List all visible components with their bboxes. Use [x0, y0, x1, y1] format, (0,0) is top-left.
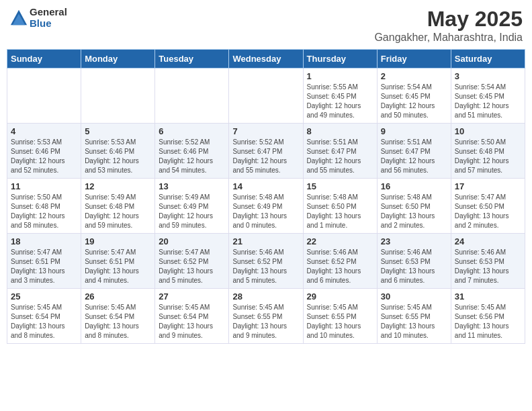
logo-icon	[9, 9, 28, 28]
day-cell: 13Sunrise: 5:49 AM Sunset: 6:49 PM Dayli…	[155, 179, 229, 234]
day-info: Sunrise: 5:51 AM Sunset: 6:47 PM Dayligh…	[307, 138, 373, 175]
day-info: Sunrise: 5:47 AM Sunset: 6:52 PM Dayligh…	[159, 248, 225, 285]
day-info: Sunrise: 5:45 AM Sunset: 6:55 PM Dayligh…	[232, 303, 299, 340]
day-cell: 3Sunrise: 5:54 AM Sunset: 6:45 PM Daylig…	[451, 68, 525, 124]
day-number: 12	[85, 181, 151, 191]
day-cell: 1Sunrise: 5:55 AM Sunset: 6:45 PM Daylig…	[303, 68, 377, 124]
day-info: Sunrise: 5:45 AM Sunset: 6:54 PM Dayligh…	[85, 303, 151, 340]
logo: General Blue	[9, 7, 67, 29]
day-header-monday: Monday	[81, 50, 155, 68]
day-cell	[229, 68, 303, 124]
day-info: Sunrise: 5:49 AM Sunset: 6:48 PM Dayligh…	[85, 193, 151, 230]
day-info: Sunrise: 5:50 AM Sunset: 6:48 PM Dayligh…	[11, 193, 77, 230]
day-number: 26	[85, 291, 151, 302]
day-cell	[81, 68, 155, 124]
day-cell: 8Sunrise: 5:51 AM Sunset: 6:47 PM Daylig…	[303, 124, 377, 179]
day-info: Sunrise: 5:48 AM Sunset: 6:50 PM Dayligh…	[307, 193, 373, 230]
day-info: Sunrise: 5:45 AM Sunset: 6:54 PM Dayligh…	[11, 303, 77, 340]
day-number: 22	[307, 236, 373, 246]
day-number: 16	[381, 181, 447, 191]
day-cell: 17Sunrise: 5:47 AM Sunset: 6:50 PM Dayli…	[451, 179, 525, 234]
day-info: Sunrise: 5:54 AM Sunset: 6:45 PM Dayligh…	[455, 83, 521, 120]
day-number: 28	[232, 291, 299, 302]
day-number: 14	[232, 181, 299, 191]
day-info: Sunrise: 5:53 AM Sunset: 6:46 PM Dayligh…	[11, 138, 77, 175]
day-header-sunday: Sunday	[7, 50, 81, 68]
day-info: Sunrise: 5:48 AM Sunset: 6:50 PM Dayligh…	[381, 193, 447, 230]
day-header-saturday: Saturday	[451, 50, 525, 68]
day-info: Sunrise: 5:46 AM Sunset: 6:53 PM Dayligh…	[455, 248, 521, 285]
day-cell: 23Sunrise: 5:46 AM Sunset: 6:53 PM Dayli…	[377, 234, 451, 289]
day-cell: 21Sunrise: 5:46 AM Sunset: 6:52 PM Dayli…	[229, 234, 303, 289]
day-info: Sunrise: 5:46 AM Sunset: 6:53 PM Dayligh…	[381, 248, 447, 285]
day-cell: 2Sunrise: 5:54 AM Sunset: 6:45 PM Daylig…	[377, 68, 451, 124]
day-number: 4	[11, 126, 77, 136]
day-number: 25	[11, 291, 77, 302]
day-header-thursday: Thursday	[303, 50, 377, 68]
day-number: 5	[85, 126, 151, 136]
day-info: Sunrise: 5:46 AM Sunset: 6:52 PM Dayligh…	[232, 248, 299, 285]
day-info: Sunrise: 5:52 AM Sunset: 6:46 PM Dayligh…	[159, 138, 225, 175]
day-cell: 16Sunrise: 5:48 AM Sunset: 6:50 PM Dayli…	[377, 179, 451, 234]
day-cell	[155, 68, 229, 124]
day-number: 9	[381, 126, 447, 136]
day-cell: 19Sunrise: 5:47 AM Sunset: 6:51 PM Dayli…	[81, 234, 155, 289]
day-number: 6	[159, 126, 225, 136]
day-info: Sunrise: 5:55 AM Sunset: 6:45 PM Dayligh…	[307, 83, 373, 120]
header-row: SundayMondayTuesdayWednesdayThursdayFrid…	[7, 50, 525, 68]
day-cell: 14Sunrise: 5:48 AM Sunset: 6:49 PM Dayli…	[229, 179, 303, 234]
day-number: 23	[381, 236, 447, 246]
day-cell: 9Sunrise: 5:51 AM Sunset: 6:47 PM Daylig…	[377, 124, 451, 179]
day-number: 18	[11, 236, 77, 246]
day-cell: 6Sunrise: 5:52 AM Sunset: 6:46 PM Daylig…	[155, 124, 229, 179]
day-info: Sunrise: 5:45 AM Sunset: 6:54 PM Dayligh…	[159, 303, 225, 340]
main-title: May 2025	[374, 7, 523, 32]
day-number: 24	[455, 236, 521, 246]
day-number: 21	[232, 236, 299, 246]
day-info: Sunrise: 5:47 AM Sunset: 6:50 PM Dayligh…	[455, 193, 521, 230]
calendar-table: SundayMondayTuesdayWednesdayThursdayFrid…	[7, 49, 525, 344]
day-cell: 11Sunrise: 5:50 AM Sunset: 6:48 PM Dayli…	[7, 179, 81, 234]
day-cell	[7, 68, 81, 124]
day-cell: 7Sunrise: 5:52 AM Sunset: 6:47 PM Daylig…	[229, 124, 303, 179]
day-number: 27	[159, 291, 225, 302]
day-cell: 5Sunrise: 5:53 AM Sunset: 6:46 PM Daylig…	[81, 124, 155, 179]
day-info: Sunrise: 5:46 AM Sunset: 6:52 PM Dayligh…	[307, 248, 373, 285]
day-cell: 12Sunrise: 5:49 AM Sunset: 6:48 PM Dayli…	[81, 179, 155, 234]
day-info: Sunrise: 5:54 AM Sunset: 6:45 PM Dayligh…	[381, 83, 447, 120]
day-header-tuesday: Tuesday	[155, 50, 229, 68]
day-info: Sunrise: 5:51 AM Sunset: 6:47 PM Dayligh…	[381, 138, 447, 175]
logo-general: General	[30, 7, 67, 18]
day-header-friday: Friday	[377, 50, 451, 68]
day-number: 17	[455, 181, 521, 191]
day-cell: 10Sunrise: 5:50 AM Sunset: 6:48 PM Dayli…	[451, 124, 525, 179]
day-info: Sunrise: 5:45 AM Sunset: 6:56 PM Dayligh…	[455, 303, 521, 340]
day-info: Sunrise: 5:45 AM Sunset: 6:55 PM Dayligh…	[307, 303, 373, 340]
subtitle: Gangakher, Maharashtra, India	[374, 32, 523, 44]
day-cell: 31Sunrise: 5:45 AM Sunset: 6:56 PM Dayli…	[451, 289, 525, 344]
day-number: 10	[455, 126, 521, 136]
week-row-1: 1Sunrise: 5:55 AM Sunset: 6:45 PM Daylig…	[7, 68, 525, 124]
day-info: Sunrise: 5:50 AM Sunset: 6:48 PM Dayligh…	[455, 138, 521, 175]
day-cell: 25Sunrise: 5:45 AM Sunset: 6:54 PM Dayli…	[7, 289, 81, 344]
day-info: Sunrise: 5:53 AM Sunset: 6:46 PM Dayligh…	[85, 138, 151, 175]
day-header-wednesday: Wednesday	[229, 50, 303, 68]
week-row-5: 25Sunrise: 5:45 AM Sunset: 6:54 PM Dayli…	[7, 289, 525, 344]
day-number: 8	[307, 126, 373, 136]
day-cell: 18Sunrise: 5:47 AM Sunset: 6:51 PM Dayli…	[7, 234, 81, 289]
logo-blue: Blue	[30, 18, 67, 30]
day-number: 31	[455, 291, 521, 302]
day-info: Sunrise: 5:49 AM Sunset: 6:49 PM Dayligh…	[159, 193, 225, 230]
day-number: 2	[381, 71, 447, 81]
day-info: Sunrise: 5:47 AM Sunset: 6:51 PM Dayligh…	[85, 248, 151, 285]
day-cell: 15Sunrise: 5:48 AM Sunset: 6:50 PM Dayli…	[303, 179, 377, 234]
day-number: 1	[307, 71, 373, 81]
day-cell: 28Sunrise: 5:45 AM Sunset: 6:55 PM Dayli…	[229, 289, 303, 344]
title-area: May 2025 Gangakher, Maharashtra, India	[374, 7, 523, 44]
day-number: 15	[307, 181, 373, 191]
day-number: 11	[11, 181, 77, 191]
day-cell: 20Sunrise: 5:47 AM Sunset: 6:52 PM Dayli…	[155, 234, 229, 289]
day-cell: 27Sunrise: 5:45 AM Sunset: 6:54 PM Dayli…	[155, 289, 229, 344]
page-header: General Blue May 2025 Gangakher, Maharas…	[7, 7, 525, 44]
day-cell: 29Sunrise: 5:45 AM Sunset: 6:55 PM Dayli…	[303, 289, 377, 344]
